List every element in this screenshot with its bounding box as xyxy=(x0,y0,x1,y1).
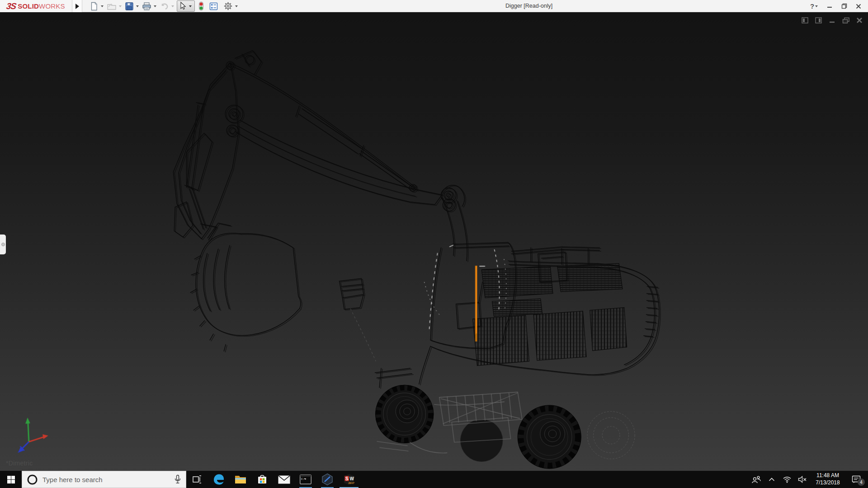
people-icon xyxy=(751,475,761,483)
window-controls: ? xyxy=(809,0,864,12)
sw-year: 2017 xyxy=(349,482,355,484)
minimize-icon xyxy=(827,4,832,9)
view-orientation-label: *Dimetric xyxy=(6,460,33,467)
select-dropdown-arrow[interactable] xyxy=(189,5,192,7)
open-button[interactable] xyxy=(106,0,117,12)
taskbar-app-store[interactable] xyxy=(251,471,273,488)
save-floppy-icon xyxy=(125,2,134,11)
wireframe-offset-lines xyxy=(175,52,660,389)
brand-solid: SOLID xyxy=(18,2,39,10)
gear-icon xyxy=(223,1,233,11)
rebuild-button[interactable] xyxy=(198,0,204,12)
taskbar-app-edge[interactable] xyxy=(208,471,230,488)
edge-icon xyxy=(212,473,225,486)
ds-logo-glyph: 3S xyxy=(5,1,16,11)
document-close-icon[interactable] xyxy=(855,17,863,24)
taskbar-app-mail[interactable] xyxy=(273,471,295,488)
hexagon-app-icon xyxy=(321,473,333,486)
search-input[interactable] xyxy=(42,476,170,483)
taskbar-clock[interactable]: 11:48 AM 7/13/2018 xyxy=(811,472,844,486)
people-button[interactable] xyxy=(750,471,763,488)
help-button[interactable]: ? xyxy=(809,0,821,12)
microsoft-store-icon xyxy=(257,474,268,485)
selected-edge-highlight[interactable] xyxy=(475,266,477,342)
solidworks-2017-icon: S W 2017 xyxy=(343,473,355,486)
document-title: Digger [Read-only] xyxy=(505,3,552,9)
show-hidden-icons-button[interactable] xyxy=(765,471,778,488)
document-restore-icon[interactable] xyxy=(842,17,850,24)
flyout-arrow-icon xyxy=(75,4,79,9)
volume-button[interactable] xyxy=(796,471,809,488)
save-dropdown-arrow[interactable] xyxy=(136,5,139,7)
restore-button[interactable] xyxy=(838,0,850,12)
volume-muted-icon xyxy=(798,476,807,483)
minimize-button[interactable] xyxy=(824,0,835,12)
mail-icon xyxy=(278,475,290,484)
print-button[interactable] xyxy=(142,0,152,12)
save-button[interactable] xyxy=(124,0,134,12)
taskbar: C:\ S W 2017 xyxy=(0,471,868,488)
taskbar-search[interactable] xyxy=(22,471,186,488)
print-icon xyxy=(142,2,151,11)
open-dropdown-arrow[interactable] xyxy=(119,5,122,7)
options-button[interactable] xyxy=(223,0,233,12)
pane-right-icon[interactable] xyxy=(815,17,823,24)
document-window-controls xyxy=(801,17,863,24)
rebuild-traffic-light-icon xyxy=(198,1,204,11)
orientation-triad xyxy=(18,418,48,453)
taskbar-app-file-explorer[interactable] xyxy=(230,471,251,488)
network-button[interactable] xyxy=(780,471,794,488)
chevron-up-icon xyxy=(769,478,775,482)
help-dropdown-arrow xyxy=(815,5,818,7)
print-dropdown-arrow[interactable] xyxy=(154,5,156,7)
task-view-icon xyxy=(193,475,202,484)
pane-left-icon[interactable] xyxy=(801,17,809,24)
close-button[interactable] xyxy=(853,0,864,12)
sw-letter-w: W xyxy=(350,476,354,481)
system-tray: 11:48 AM 7/13/2018 4 xyxy=(750,471,868,488)
digger-wireframe-lines xyxy=(173,51,659,388)
wheels xyxy=(375,385,635,469)
windows-logo-icon xyxy=(7,476,15,483)
undo-button[interactable] xyxy=(159,0,170,12)
help-icon: ? xyxy=(810,2,814,10)
file-properties-icon xyxy=(209,2,218,11)
undo-dropdown-arrow[interactable] xyxy=(171,5,174,7)
sw-letter-s: S xyxy=(345,476,349,481)
wifi-icon xyxy=(783,476,792,483)
file-explorer-icon xyxy=(235,474,246,484)
taskbar-app-3d[interactable] xyxy=(316,471,338,488)
engine-grids xyxy=(473,263,627,366)
select-tool-button[interactable] xyxy=(177,0,195,12)
main-toolbar xyxy=(89,0,240,12)
clock-date: 7/13/2018 xyxy=(811,479,844,487)
document-minimize-icon[interactable] xyxy=(828,17,836,24)
file-properties-button[interactable] xyxy=(208,0,219,12)
action-center-button[interactable]: 4 xyxy=(846,471,866,488)
taskbar-app-command-prompt[interactable]: C:\ xyxy=(295,471,316,488)
wireframe-digger-model[interactable] xyxy=(0,12,868,471)
select-cursor-icon xyxy=(178,1,188,11)
panel-tab-handle-icon xyxy=(1,243,5,246)
titlebar: 3S SOLIDWORKS xyxy=(0,0,868,12)
new-dropdown-arrow[interactable] xyxy=(101,5,104,7)
brand-works: WORKS xyxy=(39,2,65,10)
command-prompt-icon: C:\ xyxy=(300,474,311,484)
taskbar-app-solidworks[interactable]: S W 2017 xyxy=(338,471,360,488)
solidworks-logo: 3S SOLIDWORKS xyxy=(0,0,72,12)
open-folder-icon xyxy=(107,2,117,11)
graphics-viewport[interactable]: *Dimetric xyxy=(0,12,868,471)
options-dropdown-arrow[interactable] xyxy=(235,5,238,7)
new-document-button[interactable] xyxy=(89,0,99,12)
undo-icon xyxy=(160,2,169,11)
new-document-icon xyxy=(90,2,99,11)
task-view-button[interactable] xyxy=(186,471,208,488)
feature-panel-collapse-tab[interactable] xyxy=(0,235,6,254)
microphone-icon[interactable] xyxy=(174,474,181,484)
menu-flyout-button[interactable] xyxy=(72,0,82,12)
hidden-wheel-lines xyxy=(587,411,635,459)
start-button[interactable] xyxy=(0,471,22,488)
close-icon xyxy=(856,4,861,9)
clock-time: 11:48 AM xyxy=(811,472,844,479)
cortana-icon xyxy=(27,474,38,485)
